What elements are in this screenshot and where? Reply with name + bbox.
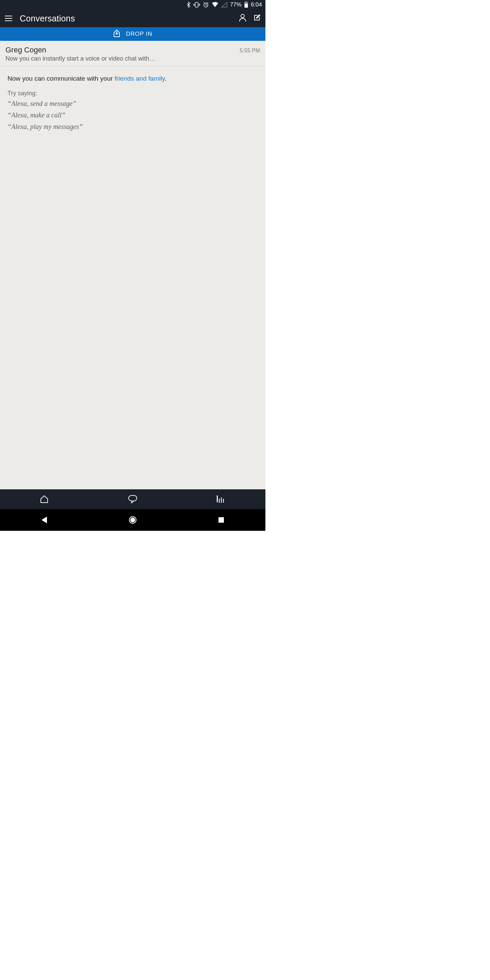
nav-home[interactable] — [27, 495, 61, 504]
drop-in-icon — [113, 29, 121, 39]
svg-rect-21 — [223, 499, 224, 500]
svg-rect-0 — [195, 2, 198, 7]
conversation-preview: Now you can instantly start a voice or v… — [5, 55, 260, 62]
content-area: Greg Cogen 5:55 PM Now you can instantly… — [0, 41, 266, 489]
sys-recent-button[interactable] — [204, 517, 238, 523]
battery-icon — [244, 2, 248, 8]
bluetooth-icon — [187, 2, 191, 8]
svg-rect-14 — [219, 499, 220, 500]
phrase-3: “Alexa, play my messages” — [8, 121, 258, 132]
back-triangle-icon — [41, 517, 47, 523]
nav-music[interactable] — [204, 495, 238, 503]
conversation-time: 5:55 PM — [240, 48, 260, 54]
status-clock: 6:04 — [251, 2, 262, 8]
tips-lead-suffix: . — [165, 75, 166, 82]
svg-rect-17 — [221, 498, 222, 498]
sys-home-button[interactable] — [116, 516, 150, 524]
vibrate-icon — [193, 2, 200, 8]
sys-back-button[interactable] — [27, 517, 61, 523]
compose-button[interactable] — [253, 14, 261, 23]
system-nav — [0, 509, 266, 531]
cellular-empty-icon — [221, 2, 227, 8]
menu-button[interactable] — [5, 16, 12, 21]
contacts-button[interactable] — [239, 14, 247, 23]
drop-in-label: DROP IN — [126, 30, 153, 37]
svg-rect-9 — [245, 3, 248, 8]
conversation-item[interactable]: Greg Cogen 5:55 PM Now you can instantly… — [0, 41, 266, 67]
try-saying-label: Try saying: — [8, 90, 258, 97]
svg-rect-18 — [221, 499, 222, 500]
svg-rect-15 — [219, 500, 220, 501]
app-header: Conversations — [0, 10, 266, 27]
svg-rect-13 — [217, 495, 218, 502]
drop-in-bar[interactable]: DROP IN — [0, 27, 266, 41]
recent-square-icon — [218, 517, 224, 523]
svg-line-7 — [207, 2, 208, 3]
svg-rect-10 — [245, 2, 247, 2]
tips-section: Now you can communicate with your friend… — [0, 67, 266, 140]
svg-rect-12 — [129, 495, 137, 501]
tips-lead-prefix: Now you can communicate with your — [8, 75, 115, 82]
tips-lead: Now you can communicate with your friend… — [8, 75, 258, 82]
wifi-icon — [212, 2, 218, 8]
alarm-icon — [203, 2, 209, 8]
svg-rect-22 — [223, 500, 224, 501]
svg-rect-19 — [221, 500, 222, 501]
page-title: Conversations — [20, 14, 231, 24]
battery-percent: 77% — [230, 2, 242, 8]
friends-family-link[interactable]: friends and family — [115, 75, 165, 82]
conversation-name: Greg Cogen — [5, 46, 46, 54]
svg-line-6 — [204, 2, 205, 3]
status-bar: 77% 6:04 — [0, 0, 266, 10]
svg-point-11 — [241, 14, 244, 18]
phrase-1: “Alexa, send a message” — [8, 98, 258, 108]
svg-rect-16 — [219, 501, 220, 503]
bottom-nav — [0, 489, 266, 509]
phrase-2: “Alexa, make a call” — [8, 110, 258, 120]
svg-rect-20 — [221, 501, 222, 503]
svg-point-25 — [130, 517, 135, 522]
nav-conversations[interactable] — [116, 495, 150, 504]
svg-rect-23 — [223, 501, 224, 503]
